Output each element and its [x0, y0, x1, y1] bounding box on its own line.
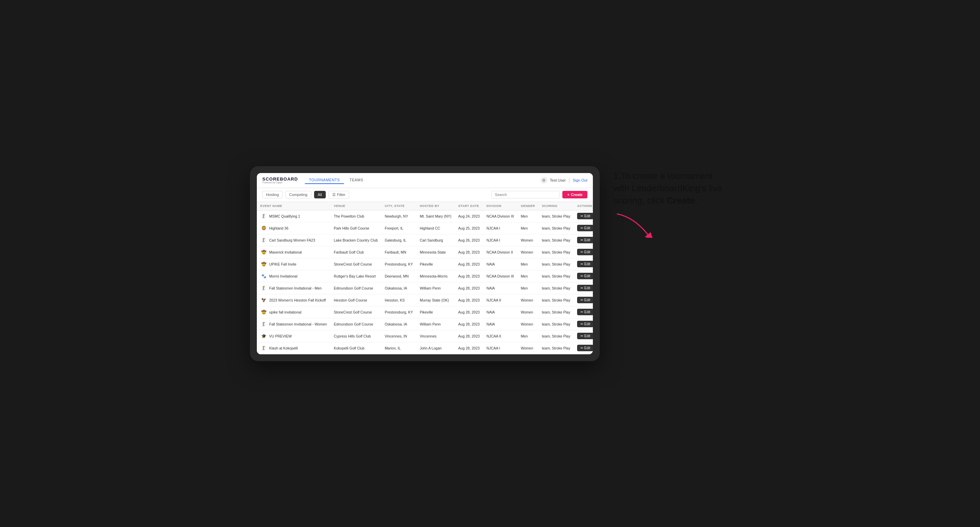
cell-city-state: Galesburg, IL — [381, 234, 416, 246]
cell-division: NJCAA II — [483, 294, 517, 306]
cell-start-date: Aug 25, 2023 — [455, 222, 483, 234]
cell-start-date: Aug 28, 2023 — [455, 306, 483, 318]
tab-tournaments[interactable]: TOURNAMENTS — [305, 176, 344, 184]
sign-out-link[interactable]: Sign Out — [573, 178, 587, 182]
cell-scoring: team, Stroke Play — [538, 306, 574, 318]
cell-hosted-by: John A Logan — [416, 342, 455, 354]
cell-event-name: 🏌️Klash at Kokopelli — [257, 342, 330, 354]
edit-button[interactable]: ✏ Edit — [577, 345, 593, 351]
cell-event-name: 🎓VU PREVIEW — [257, 330, 330, 342]
cell-division: NJCAA I — [483, 222, 517, 234]
cell-event-name: 🏌️Fall Statesmen Invitational - Men — [257, 282, 330, 294]
edit-button[interactable]: ✏ Edit — [577, 321, 593, 327]
cell-event-name: 🦅2023 Women's Hesston Fall Kickoff — [257, 294, 330, 306]
cell-city-state: Deerwood, MN — [381, 270, 416, 282]
event-icon: 🏌️ — [260, 345, 267, 352]
table-row: 🏌️Fall Statesmen Invitational - WomenEdm… — [257, 318, 593, 330]
cell-actions: ✏ Edit — [574, 258, 593, 270]
cell-start-date: Aug 28, 2023 — [455, 258, 483, 270]
event-icon: 🤠 — [260, 261, 267, 268]
filter-competing[interactable]: Competing — [285, 191, 311, 198]
event-name-text: UPIKE Fall Invite — [269, 262, 296, 266]
edit-button[interactable]: ✏ Edit — [577, 225, 593, 231]
edit-button[interactable]: ✏ Edit — [577, 273, 593, 279]
cell-gender: Men — [517, 330, 539, 342]
cell-gender: Women — [517, 234, 539, 246]
cell-division: NCAA Division III — [483, 270, 517, 282]
event-icon: 🦅 — [260, 297, 267, 303]
table-row: 🏌️Fall Statesmen Invitational - MenEdmun… — [257, 282, 593, 294]
event-icon: 🏌️ — [260, 237, 267, 244]
create-button[interactable]: + + Create Create — [562, 191, 587, 198]
edit-button[interactable]: ✏ Edit — [577, 213, 593, 219]
event-icon: 🏌️ — [260, 285, 267, 292]
cell-start-date: Aug 24, 2023 — [455, 210, 483, 222]
col-scoring: SCORING — [538, 202, 574, 210]
cell-actions: ✏ Edit — [574, 342, 593, 354]
cell-hosted-by: William Penn — [416, 318, 455, 330]
cell-start-date: Aug 28, 2023 — [455, 294, 483, 306]
event-name-text: Carl Sandburg Women FA23 — [269, 238, 315, 242]
cell-start-date: Aug 28, 2023 — [455, 330, 483, 342]
cell-gender: Women — [517, 306, 539, 318]
edit-button[interactable]: ✏ Edit — [577, 249, 593, 255]
cell-gender: Men — [517, 258, 539, 270]
edit-button[interactable]: ✏ Edit — [577, 297, 593, 303]
brand: SCOREBOARD Powered by Clippit — [262, 177, 298, 184]
tablet-frame: SCOREBOARD Powered by Clippit TOURNAMENT… — [250, 166, 600, 361]
edit-button[interactable]: ✏ Edit — [577, 261, 593, 267]
cell-gender: Women — [517, 246, 539, 258]
cell-scoring: team, Stroke Play — [538, 342, 574, 354]
event-name-text: Maverick Invitational — [269, 250, 302, 254]
col-gender: GENDER — [517, 202, 539, 210]
edit-button[interactable]: ✏ Edit — [577, 333, 593, 339]
brand-subtitle: Powered by Clippit — [262, 181, 298, 184]
cell-venue: Kokopelli Golf Club — [330, 342, 381, 354]
cell-gender: Men — [517, 222, 539, 234]
cell-actions: ✏ Edit — [574, 234, 593, 246]
gear-icon[interactable]: ⚙ — [540, 177, 547, 184]
cell-actions: ✏ Edit — [574, 294, 593, 306]
filter-button[interactable]: ☰ Filter — [328, 191, 349, 199]
cell-division: NAIA — [483, 306, 517, 318]
filter-hosting[interactable]: Hosting — [262, 191, 283, 198]
nav-tabs: TOURNAMENTS TEAMS — [305, 176, 368, 184]
edit-button[interactable]: ✏ Edit — [577, 309, 593, 315]
edit-button[interactable]: ✏ Edit — [577, 237, 593, 243]
cell-city-state: Vincennes, IN — [381, 330, 416, 342]
cell-hosted-by: Murray State (OK) — [416, 294, 455, 306]
event-name-text: Highland 36 — [269, 226, 288, 230]
cell-city-state: Marion, IL — [381, 342, 416, 354]
col-event-name: EVENT NAME — [257, 202, 330, 210]
cell-scoring: team, Stroke Play — [538, 294, 574, 306]
table-row: 🤠Maverick InvitationalFaribault Golf Clu… — [257, 246, 593, 258]
cell-event-name: 🏌️MSMC Qualifying 1 — [257, 210, 330, 222]
event-icon: 🏌️ — [260, 321, 267, 328]
table-row: 🎓VU PREVIEWCypress Hills Golf ClubVincen… — [257, 330, 593, 342]
event-name-text: upike fall invitational — [269, 310, 301, 314]
cell-scoring: team, Stroke Play — [538, 270, 574, 282]
cell-city-state: Faribault, MN — [381, 246, 416, 258]
cell-scoring: team, Stroke Play — [538, 330, 574, 342]
table-row: 🐾Morris InvitationalRuttger's Bay Lake R… — [257, 270, 593, 282]
cell-venue: The Powelton Club — [330, 210, 381, 222]
tablet-screen: SCOREBOARD Powered by Clippit TOURNAMENT… — [257, 173, 593, 354]
cell-gender: Men — [517, 270, 539, 282]
col-city-state: CITY, STATE — [381, 202, 416, 210]
event-icon: 🏌️ — [260, 213, 267, 220]
cell-event-name: 🏌️Fall Statesmen Invitational - Women — [257, 318, 330, 330]
toolbar: Hosting Competing All ☰ Filter + + Creat… — [257, 188, 593, 202]
edit-button[interactable]: ✏ Edit — [577, 285, 593, 291]
cell-actions: ✏ Edit — [574, 330, 593, 342]
cell-division: NJCAA I — [483, 234, 517, 246]
tab-teams[interactable]: TEAMS — [345, 176, 367, 184]
cell-division: NAIA — [483, 258, 517, 270]
search-input[interactable] — [491, 191, 560, 198]
filter-all[interactable]: All — [314, 191, 326, 198]
event-icon: 🤠 — [260, 249, 267, 256]
event-name-text: Klash at Kokopelli — [269, 346, 298, 350]
table-header-row: EVENT NAME VENUE CITY, STATE HOSTED BY S… — [257, 202, 593, 210]
table-row: 🦅2023 Women's Hesston Fall KickoffHessto… — [257, 294, 593, 306]
cell-venue: Edmundson Golf Course — [330, 318, 381, 330]
cell-hosted-by: Minnesota-Morris — [416, 270, 455, 282]
